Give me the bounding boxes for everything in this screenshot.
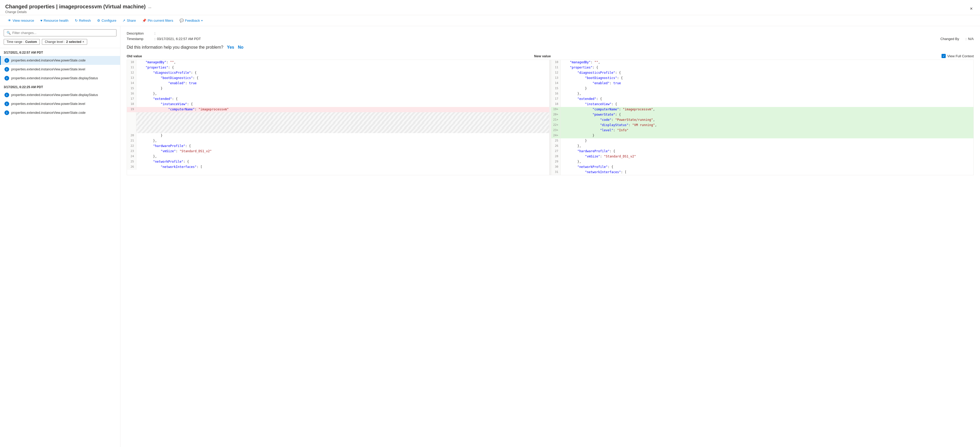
old-value-label: Old value <box>127 54 142 58</box>
description-label: Description <box>127 32 153 35</box>
change-item-text-1-1: properties.extended.instanceView.powerSt… <box>11 59 86 62</box>
diff-line: 19+ "computerName": "imageprocessvm", <box>551 107 974 112</box>
diff-line: 11 "properties": { <box>127 65 549 70</box>
heart-icon: ♥ <box>40 19 42 22</box>
title-subtitle: Change Details <box>5 10 151 14</box>
diff-line: 18 "instanceView": { <box>551 102 974 107</box>
diff-divider <box>549 60 551 175</box>
change-level-clear-button[interactable]: × <box>83 40 84 44</box>
diff-line <box>127 117 549 123</box>
diagnose-question-text: Did this information help you diagnose t… <box>127 45 223 50</box>
diff-line: 12 "diagnosticsProfile": { <box>551 70 974 76</box>
diff-line: 21+ "code": "PowerState/running", <box>551 117 974 123</box>
diagnose-question: Did this information help you diagnose t… <box>127 45 974 50</box>
diff-line: 27 "hardwareProfile": { <box>551 149 974 154</box>
timestamp-row: Timestamp : 03/17/2021, 6:22:57 AM PDT C… <box>127 37 974 41</box>
diff-col-headers: Old value New value <box>127 54 942 58</box>
diff-line: 11 "properties": { <box>551 65 974 70</box>
view-resource-button[interactable]: 👁 View resource <box>5 17 37 24</box>
view-full-context-toggle[interactable]: View Full Context <box>942 54 974 58</box>
share-icon: ↗ <box>123 19 126 22</box>
time-range-tag[interactable]: Time range : Custom <box>4 39 40 45</box>
diff-line: 10 "managedBy": "", <box>127 60 549 65</box>
title-bar-left: Changed properties | imageprocessvm (Vir… <box>5 4 151 14</box>
timestamp-sep: : <box>154 37 156 41</box>
info-icon-6: i <box>5 110 9 115</box>
pin-filters-button[interactable]: 📌 Pin current filters <box>140 17 176 24</box>
diff-line: 23 "vmSize": "Standard_DS1_v2" <box>127 149 549 154</box>
diff-line: 21 }, <box>127 138 549 144</box>
new-value-col-header: New value <box>534 54 942 58</box>
description-row: Description : <box>127 32 974 35</box>
diff-line <box>127 112 549 117</box>
feedback-button[interactable]: 💬 Feedback ▾ <box>177 17 205 24</box>
change-level-tag[interactable]: Change level : 2 selected × <box>42 39 87 45</box>
info-icon-5: i <box>5 101 9 106</box>
change-item-1-2[interactable]: i properties.extended.instanceView.power… <box>0 65 120 74</box>
diff-line: 18 "instanceView": { <box>127 102 549 107</box>
time-range-sep: : <box>23 40 24 44</box>
diff-line <box>127 128 549 133</box>
change-item-2-1[interactable]: i properties.extended.instanceView.power… <box>0 90 120 99</box>
change-item-text-1-3: properties.extended.instanceView.powerSt… <box>11 76 98 80</box>
feedback-icon: 💬 <box>180 19 184 22</box>
diff-line: 16 }, <box>551 91 974 97</box>
diagnose-yes-button[interactable]: Yes <box>227 45 234 50</box>
diff-line: 14 "enabled": true <box>127 81 549 86</box>
change-item-text-2-2: properties.extended.instanceView.powerSt… <box>11 102 85 106</box>
change-item-1-1[interactable]: i properties.extended.instanceView.power… <box>0 56 120 65</box>
diff-line: 20+ "powerState": { <box>551 112 974 117</box>
diff-line: 15 } <box>127 86 549 91</box>
refresh-button[interactable]: ↻ Refresh <box>72 17 94 24</box>
eye-icon: 👁 <box>8 19 11 22</box>
left-panel-header: 🔍 Time range : Custom Change level : 2 s… <box>0 26 120 48</box>
diff-line: 15 } <box>551 86 974 91</box>
diff-line: 29 }, <box>551 159 974 165</box>
refresh-icon: ↻ <box>75 19 78 22</box>
old-value-col-header: Old value <box>127 54 534 58</box>
view-full-context-checkbox[interactable] <box>942 54 946 58</box>
change-group-header-1: 3/17/2021, 6:22:57 AM PDT <box>0 48 120 56</box>
filter-tags: Time range : Custom Change level : 2 sel… <box>4 39 116 45</box>
search-input[interactable] <box>12 31 114 35</box>
info-icon-1: i <box>5 58 9 63</box>
diff-line: 20 } <box>127 133 549 138</box>
toolbar: 👁 View resource ♥ Resource health ↻ Refr… <box>0 15 980 26</box>
timestamp-val: 03/17/2021, 6:22:57 AM PDT <box>157 37 201 41</box>
info-icon-3: i <box>5 76 9 81</box>
diff-line: 24 }, <box>127 154 549 159</box>
filter-input-wrap[interactable]: 🔍 <box>4 29 116 36</box>
changes-list: 3/17/2021, 6:22:57 AM PDT i properties.e… <box>0 48 120 447</box>
diff-line: 30 "networkProfile": { <box>551 165 974 170</box>
pin-filters-label: Pin current filters <box>148 19 173 22</box>
resource-health-label: Resource health <box>44 19 68 22</box>
info-icon-2: i <box>5 67 9 72</box>
change-item-2-2[interactable]: i properties.extended.instanceView.power… <box>0 99 120 108</box>
description-sep: : <box>154 32 156 35</box>
diff-new-pane: 10 "managedBy": "",11 "properties": {12 … <box>551 60 974 175</box>
diff-old-pane: 10 "managedBy": "",11 "properties": {12 … <box>127 60 549 175</box>
diff-line: 26 "networkInterfaces": [ <box>127 165 549 170</box>
change-item-1-3[interactable]: i properties.extended.instanceView.power… <box>0 74 120 82</box>
diff-line: 13 "bootDiagnostics": { <box>551 76 974 81</box>
right-panel: Description : Timestamp : 03/17/2021, 6:… <box>120 26 980 447</box>
diff-line: 22+ "displayStatus": "VM running", <box>551 123 974 128</box>
detail-header: Description : Timestamp : 03/17/2021, 6:… <box>127 32 974 41</box>
configure-button[interactable]: ⚙ Configure <box>94 17 119 24</box>
diff-line: 12 "diagnosticsProfile": { <box>127 70 549 76</box>
time-range-value: Custom <box>25 40 37 44</box>
change-item-2-3[interactable]: i properties.extended.instanceView.power… <box>0 108 120 117</box>
chevron-down-icon: ▾ <box>201 19 203 22</box>
diff-line: 13 "bootDiagnostics": { <box>127 76 549 81</box>
main-content: 🔍 Time range : Custom Change level : 2 s… <box>0 26 980 447</box>
diff-header: Old value New value View Full Context <box>127 54 974 58</box>
share-button[interactable]: ↗ Share <box>120 17 138 24</box>
close-button[interactable]: × <box>968 5 975 13</box>
diagnose-no-button[interactable]: No <box>238 45 243 50</box>
diff-line: 19 "computerName": "imageprocessvm" <box>127 107 549 112</box>
change-group-header-2: 3/17/2021, 6:22:25 AM PDT <box>0 82 120 90</box>
title-ellipsis[interactable]: ... <box>148 5 151 9</box>
time-range-label: Time range <box>6 40 22 44</box>
resource-health-button[interactable]: ♥ Resource health <box>38 17 71 24</box>
search-icon: 🔍 <box>6 31 11 35</box>
